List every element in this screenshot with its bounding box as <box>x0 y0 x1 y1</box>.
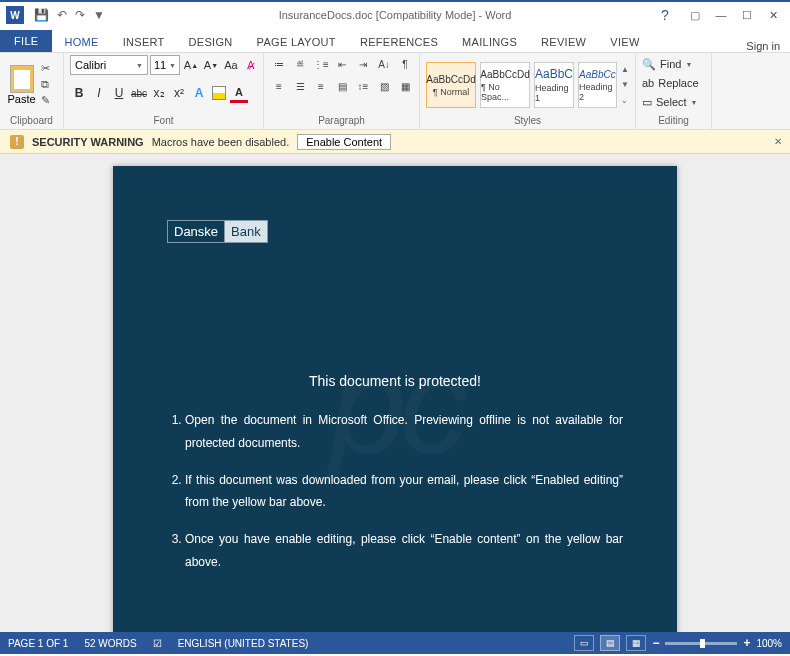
multilevel-icon[interactable]: ⋮≡ <box>312 55 330 73</box>
paste-label: Paste <box>7 93 35 105</box>
status-bar: PAGE 1 OF 1 52 WORDS ☑ ENGLISH (UNITED S… <box>0 632 790 654</box>
group-paragraph: ≔ ≝ ⋮≡ ⇤ ⇥ A↓ ¶ ≡ ☰ ≡ ▤ ↕≡ ▨ ▦ Paragraph <box>264 53 420 129</box>
change-case-icon[interactable]: Aa <box>222 55 240 75</box>
line-spacing-icon[interactable]: ↕≡ <box>354 77 372 95</box>
read-mode-icon[interactable]: ▭ <box>574 635 594 651</box>
undo-icon[interactable]: ↶ <box>57 8 67 22</box>
show-marks-icon[interactable]: ¶ <box>396 55 414 73</box>
tab-insert[interactable]: INSERT <box>111 32 177 52</box>
shading-icon[interactable]: ▨ <box>375 77 393 95</box>
editing-group-label: Editing <box>642 115 705 127</box>
qat-customize-icon[interactable]: ▼ <box>93 8 105 22</box>
security-message: Macros have been disabled. <box>152 136 290 148</box>
print-layout-icon[interactable]: ▤ <box>600 635 620 651</box>
document-area[interactable]: pc Danske Bank This document is protecte… <box>0 154 790 632</box>
font-color-icon[interactable]: A <box>230 83 248 103</box>
zoom-level[interactable]: 100% <box>756 638 782 649</box>
ribbon-display-icon[interactable]: ▢ <box>682 4 708 26</box>
word-count[interactable]: 52 WORDS <box>84 638 136 649</box>
style-heading-1[interactable]: AaBbC Heading 1 <box>534 62 574 108</box>
security-close-icon[interactable]: ✕ <box>774 136 782 147</box>
maximize-icon[interactable]: ☐ <box>734 4 760 26</box>
justify-icon[interactable]: ▤ <box>333 77 351 95</box>
replace-button[interactable]: abReplace <box>642 74 699 92</box>
document-page: pc Danske Bank This document is protecte… <box>113 166 677 632</box>
zoom-out-icon[interactable]: − <box>652 636 659 650</box>
superscript-button[interactable]: x² <box>170 83 188 103</box>
page-indicator[interactable]: PAGE 1 OF 1 <box>8 638 68 649</box>
align-right-icon[interactable]: ≡ <box>312 77 330 95</box>
group-font: Calibri▼ 11▼ A▲ A▼ Aa A̷ B I U abc x₂ x²… <box>64 53 264 129</box>
ribbon-tabs: FILE HOME INSERT DESIGN PAGE LAYOUT REFE… <box>0 28 790 52</box>
styles-gallery-scroll[interactable]: ▲▼⌄ <box>621 62 629 108</box>
window-controls: ? ▢ — ☐ ✕ <box>652 4 786 26</box>
shrink-font-icon[interactable]: A▼ <box>202 55 220 75</box>
tab-file[interactable]: FILE <box>0 30 52 52</box>
underline-button[interactable]: U <box>110 83 128 103</box>
font-size-selector[interactable]: 11▼ <box>150 55 180 75</box>
subscript-button[interactable]: x₂ <box>150 83 168 103</box>
style-no-spacing[interactable]: AaBbCcDd ¶ No Spac... <box>480 62 530 108</box>
tab-page-layout[interactable]: PAGE LAYOUT <box>245 32 348 52</box>
font-name-selector[interactable]: Calibri▼ <box>70 55 148 75</box>
zoom-slider[interactable] <box>665 642 737 645</box>
align-center-icon[interactable]: ☰ <box>291 77 309 95</box>
strike-button[interactable]: abc <box>130 83 148 103</box>
tab-view[interactable]: VIEW <box>598 32 651 52</box>
style-normal[interactable]: AaBbCcDd ¶ Normal <box>426 62 476 108</box>
italic-button[interactable]: I <box>90 83 108 103</box>
minimize-icon[interactable]: — <box>708 4 734 26</box>
numbering-icon[interactable]: ≝ <box>291 55 309 73</box>
document-title: This document is protected! <box>167 373 623 389</box>
tab-references[interactable]: REFERENCES <box>348 32 450 52</box>
tab-design[interactable]: DESIGN <box>177 32 245 52</box>
align-left-icon[interactable]: ≡ <box>270 77 288 95</box>
sort-icon[interactable]: A↓ <box>375 55 393 73</box>
sign-in-link[interactable]: Sign in <box>746 40 780 52</box>
copy-icon[interactable]: ⧉ <box>41 78 57 92</box>
save-icon[interactable]: 💾 <box>34 8 49 22</box>
bold-button[interactable]: B <box>70 83 88 103</box>
list-item: Open the document in Microsoft Office. P… <box>185 409 623 455</box>
style-heading-2[interactable]: AaBbCc Heading 2 <box>578 62 617 108</box>
paragraph-group-label: Paragraph <box>270 115 413 127</box>
titlebar: W 💾 ↶ ↷ ▼ InsuranceDocs.doc [Compatibili… <box>0 0 790 28</box>
cut-icon[interactable]: ✂ <box>41 62 57 76</box>
window-title: InsuranceDocs.doc [Compatibility Mode] -… <box>279 9 512 21</box>
zoom-in-icon[interactable]: + <box>743 636 750 650</box>
replace-icon: ab <box>642 77 654 89</box>
highlight-icon[interactable] <box>210 83 228 103</box>
tab-mailings[interactable]: MAILINGS <box>450 32 529 52</box>
group-editing: 🔍Find ▼ abReplace ▭Select ▼ Editing <box>636 53 712 129</box>
group-clipboard: Paste ✂ ⧉ ✎ Clipboard <box>0 53 64 129</box>
security-warning-bar: ! SECURITY WARNING Macros have been disa… <box>0 130 790 154</box>
language-indicator[interactable]: ENGLISH (UNITED STATES) <box>178 638 309 649</box>
danske-bank-logo: Danske Bank <box>167 220 268 243</box>
paste-button[interactable]: Paste <box>6 56 37 114</box>
format-painter-icon[interactable]: ✎ <box>41 94 57 108</box>
decrease-indent-icon[interactable]: ⇤ <box>333 55 351 73</box>
borders-icon[interactable]: ▦ <box>396 77 414 95</box>
select-button[interactable]: ▭Select ▼ <box>642 93 698 111</box>
find-button[interactable]: 🔍Find ▼ <box>642 55 692 73</box>
proofing-icon[interactable]: ☑ <box>153 638 162 649</box>
find-icon: 🔍 <box>642 58 656 71</box>
ribbon: Paste ✂ ⧉ ✎ Clipboard Calibri▼ 11▼ A▲ A▼… <box>0 52 790 130</box>
bullets-icon[interactable]: ≔ <box>270 55 288 73</box>
quick-access-toolbar: 💾 ↶ ↷ ▼ <box>34 8 105 22</box>
grow-font-icon[interactable]: A▲ <box>182 55 200 75</box>
web-layout-icon[interactable]: ▦ <box>626 635 646 651</box>
help-icon[interactable]: ? <box>652 4 678 26</box>
font-group-label: Font <box>70 115 257 127</box>
tab-review[interactable]: REVIEW <box>529 32 598 52</box>
document-instructions: Open the document in Microsoft Office. P… <box>167 409 623 574</box>
warning-icon: ! <box>10 135 24 149</box>
group-styles: AaBbCcDd ¶ Normal AaBbCcDd ¶ No Spac... … <box>420 53 636 129</box>
clear-format-icon[interactable]: A̷ <box>242 55 260 75</box>
tab-home[interactable]: HOME <box>52 32 110 52</box>
redo-icon[interactable]: ↷ <box>75 8 85 22</box>
enable-content-button[interactable]: Enable Content <box>297 134 391 150</box>
increase-indent-icon[interactable]: ⇥ <box>354 55 372 73</box>
close-icon[interactable]: ✕ <box>760 4 786 26</box>
text-effects-icon[interactable]: A <box>190 83 208 103</box>
